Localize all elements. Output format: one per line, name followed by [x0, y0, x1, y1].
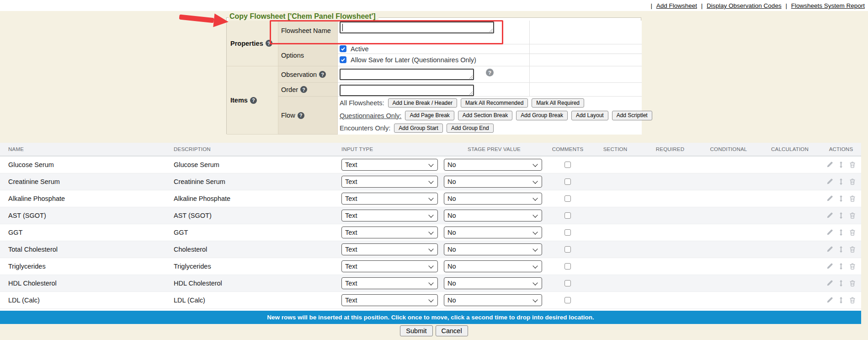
- stage-prev-value-select[interactable]: No: [444, 294, 542, 306]
- delete-icon[interactable]: [849, 263, 856, 270]
- table-row: Total Cholesterol Cholesterol Text No: [0, 241, 861, 258]
- flow-action-button[interactable]: Add Scriptlet: [612, 111, 652, 120]
- option-checkbox[interactable]: [340, 45, 346, 52]
- cancel-button[interactable]: Cancel: [436, 325, 468, 336]
- flow-action-button[interactable]: Mark All Required: [532, 98, 584, 108]
- comments-checkbox[interactable]: [564, 212, 571, 219]
- stage-prev-value-select[interactable]: No: [444, 176, 542, 188]
- comments-checkbox[interactable]: [564, 297, 571, 303]
- help-icon[interactable]: ?: [319, 71, 326, 78]
- delete-icon[interactable]: [849, 212, 856, 219]
- comments-checkbox[interactable]: [564, 263, 571, 270]
- input-type-select[interactable]: Text: [341, 193, 438, 205]
- help-icon[interactable]: ?: [266, 40, 272, 47]
- stage-prev-value-select[interactable]: No: [444, 227, 542, 238]
- stage-prev-value-select[interactable]: No: [444, 193, 542, 205]
- nav-link-display-observation-codes[interactable]: Display Observation Codes: [707, 2, 782, 9]
- input-type-value: Text: [345, 161, 357, 168]
- input-type-value: Text: [345, 229, 357, 236]
- flow-row-label: Questionnaires Only:: [340, 112, 401, 119]
- nav-link-add-flowsheet[interactable]: Add Flowsheet: [656, 2, 697, 9]
- edit-icon[interactable]: [826, 280, 833, 287]
- input-type-select[interactable]: Text: [341, 159, 438, 171]
- input-type-select[interactable]: Text: [341, 260, 438, 272]
- help-icon[interactable]: ?: [298, 112, 304, 119]
- stage-prev-value-select[interactable]: No: [444, 210, 542, 221]
- stage-prev-value: No: [447, 161, 456, 168]
- edit-icon[interactable]: [826, 246, 833, 253]
- flow-action-row: Encounters Only:Add Group StartAdd Group…: [338, 122, 642, 135]
- item-description: HDL Cholesterol: [167, 280, 337, 287]
- items-group-cell: Items ?: [227, 66, 278, 135]
- table-row: LDL (Calc) LDL (Calc) Text No: [0, 292, 861, 309]
- move-icon[interactable]: [837, 161, 845, 168]
- input-type-select[interactable]: Text: [341, 277, 438, 289]
- flow-action-button[interactable]: Add Layout: [571, 111, 608, 120]
- flow-action-button[interactable]: Add Group Break: [516, 111, 568, 120]
- flow-action-button[interactable]: Add Group End: [447, 124, 494, 133]
- flowsheet-name-input[interactable]: [340, 22, 494, 33]
- stage-prev-value: No: [447, 263, 456, 270]
- page-title: Copy Flowsheet ['Chem Panel Flowsheet']: [229, 12, 378, 21]
- move-icon[interactable]: [837, 280, 845, 287]
- move-icon[interactable]: [837, 229, 845, 236]
- edit-icon[interactable]: [826, 229, 833, 236]
- form-footer: Submit Cancel: [0, 325, 868, 336]
- move-icon[interactable]: [837, 263, 845, 270]
- comments-checkbox[interactable]: [564, 246, 571, 253]
- chevron-down-icon: [533, 280, 538, 285]
- stage-prev-value-select[interactable]: No: [444, 277, 542, 289]
- order-input[interactable]: [340, 85, 474, 96]
- help-icon[interactable]: ?: [250, 97, 257, 104]
- input-type-select[interactable]: Text: [341, 176, 438, 188]
- nav-link-flowsheets-system-report[interactable]: Flowsheets System Report: [791, 2, 865, 9]
- move-icon[interactable]: [837, 178, 845, 185]
- edit-icon[interactable]: [826, 178, 833, 185]
- comments-checkbox[interactable]: [564, 280, 571, 286]
- help-icon[interactable]: ?: [486, 69, 494, 76]
- delete-icon[interactable]: [849, 297, 856, 304]
- delete-icon[interactable]: [849, 246, 856, 253]
- stage-prev-value-select[interactable]: No: [444, 243, 542, 255]
- item-name: Glucose Serum: [0, 161, 167, 168]
- move-icon[interactable]: [837, 246, 845, 253]
- move-icon[interactable]: [837, 195, 845, 202]
- move-icon[interactable]: [837, 212, 845, 219]
- comments-checkbox[interactable]: [564, 178, 571, 185]
- flow-label-cell: Flow ?: [278, 97, 338, 135]
- input-type-select[interactable]: Text: [341, 227, 438, 238]
- flow-action-button[interactable]: Mark All Recommended: [461, 98, 528, 108]
- edit-icon[interactable]: [826, 195, 833, 202]
- delete-icon[interactable]: [849, 280, 856, 287]
- edit-icon[interactable]: [826, 297, 833, 304]
- input-type-select[interactable]: Text: [341, 294, 438, 306]
- submit-button[interactable]: Submit: [400, 325, 432, 336]
- stage-prev-value-select[interactable]: No: [444, 159, 542, 171]
- stage-prev-value-select[interactable]: No: [444, 260, 542, 272]
- flow-action-button[interactable]: Add Group Start: [394, 124, 443, 133]
- flow-action-button[interactable]: Add Page Break: [405, 111, 454, 120]
- help-icon[interactable]: ?: [300, 86, 307, 93]
- edit-icon[interactable]: [826, 212, 833, 219]
- items-group-label: Items: [230, 97, 248, 104]
- edit-icon[interactable]: [826, 161, 833, 168]
- table-row: Alkaline Phosphate Alkaline Phosphate Te…: [0, 190, 861, 207]
- comments-checkbox[interactable]: [564, 162, 571, 168]
- comments-checkbox[interactable]: [564, 229, 571, 236]
- option-checkbox[interactable]: [340, 56, 346, 63]
- input-type-select[interactable]: Text: [341, 210, 438, 221]
- comments-checkbox[interactable]: [564, 195, 571, 202]
- flow-action-button[interactable]: Add Line Break / Header: [388, 98, 457, 108]
- input-type-select[interactable]: Text: [341, 243, 438, 255]
- flow-action-button[interactable]: Add Section Break: [458, 111, 512, 120]
- edit-icon[interactable]: [826, 263, 833, 270]
- text-caret: [342, 24, 343, 31]
- move-icon[interactable]: [837, 297, 845, 304]
- delete-icon[interactable]: [849, 178, 856, 185]
- delete-icon[interactable]: [849, 161, 856, 168]
- insert-position-bar[interactable]: New rows will be inserted at this positi…: [0, 311, 861, 324]
- delete-icon[interactable]: [849, 229, 856, 236]
- input-type-value: Text: [345, 280, 357, 287]
- delete-icon[interactable]: [849, 195, 856, 202]
- observation-input[interactable]: [340, 69, 474, 80]
